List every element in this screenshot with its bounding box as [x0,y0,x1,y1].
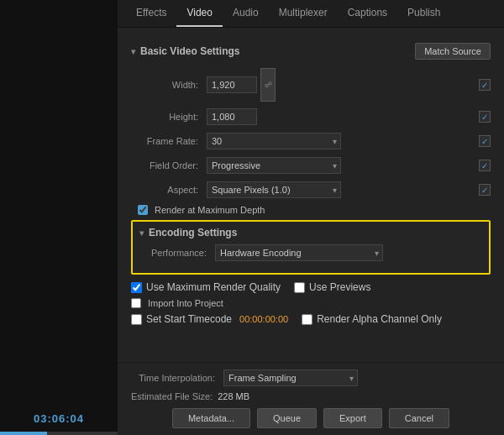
use-previews-group: Use Previews [294,281,370,293]
file-size-row: Estimated File Size: 228 MB [131,391,491,401]
use-previews-checkbox[interactable] [294,282,305,293]
app-container: 03:06:04 Effects Video Audio Multiplexer… [0,0,504,435]
max-render-quality-group: Use Maximum Render Quality [131,281,281,293]
performance-dropdown-wrapper: Hardware Encoding Software Encoding [215,244,383,261]
frame-rate-label: Frame Rate: [131,136,207,146]
performance-label: Performance: [139,248,215,258]
main-panel: Effects Video Audio Multiplexer Captions… [118,0,504,435]
tab-bar: Effects Video Audio Multiplexer Captions… [118,0,504,28]
action-buttons: Metadata... Queue Export Cancel [131,408,491,428]
field-order-label: Field Order: [131,160,207,170]
use-previews-label: Use Previews [309,281,370,293]
import-project-checkbox[interactable] [131,298,141,308]
bottom-section: Time Interpolation: Frame Sampling Frame… [118,362,504,435]
encoding-settings-section: ▾ Encoding Settings Performance: Hardwar… [131,220,491,275]
aspect-row: Aspect: Square Pixels (1.0) [131,181,491,199]
file-size-label: Estimated File Size: [131,391,213,401]
field-order-checkbox[interactable] [479,160,491,171]
progress-bar [0,432,118,435]
encoding-chevron-icon: ▾ [139,228,144,238]
time-interpolation-dropdown-wrapper: Frame Sampling Frame Blending Optical Fl… [223,369,358,386]
content-area: ▾ Basic Video Settings Match Source Widt… [118,28,504,362]
max-render-quality-label: Use Maximum Render Quality [146,281,281,293]
render-alpha-group: Render Alpha Channel Only [302,313,442,325]
basic-video-settings-header: ▾ Basic Video Settings Match Source [131,43,491,60]
timecode-display: 03:06:04 [34,412,84,425]
match-source-button[interactable]: Match Source [415,43,491,60]
time-interpolation-label: Time Interpolation: [131,373,223,383]
aspect-dropdown[interactable]: Square Pixels (1.0) [207,181,341,198]
basic-video-settings-section: ▾ Basic Video Settings Match Source Widt… [131,43,491,215]
left-sidebar: 03:06:04 [0,0,118,435]
encoding-settings-header: ▾ Encoding Settings [139,227,482,238]
aspect-dropdown-wrapper: Square Pixels (1.0) [207,181,341,198]
frame-rate-checkbox[interactable] [479,135,491,147]
metadata-button[interactable]: Metadata... [172,408,250,428]
start-timecode-checkbox[interactable] [131,314,142,325]
max-render-quality-checkbox[interactable] [131,282,142,293]
frame-rate-dropdown[interactable]: 30 24 25 60 [207,133,341,149]
encoding-settings-title: Encoding Settings [149,227,237,238]
aspect-checkbox[interactable] [479,184,491,196]
tab-video[interactable]: Video [176,0,222,27]
file-size-value: 228 MB [218,391,249,401]
field-order-dropdown[interactable]: Progressive Upper First Lower First [207,157,341,174]
width-row: Width: ☍ [131,68,491,102]
render-max-depth-label: Render at Maximum Depth [155,205,265,215]
height-checkbox[interactable] [479,111,491,123]
performance-row: Performance: Hardware Encoding Software … [139,244,482,262]
timecode-alpha-row: Set Start Timecode 00:00:00:00 Render Al… [131,313,491,325]
import-project-label: Import Into Project [148,298,223,308]
link-wh-icon: ☍ [260,68,276,102]
tab-multiplexer[interactable]: Multiplexer [269,0,338,27]
width-input[interactable] [207,76,257,93]
tab-publish[interactable]: Publish [397,0,450,27]
basic-video-settings-title: Basic Video Settings [140,45,239,57]
render-max-depth-checkbox[interactable] [138,205,148,215]
time-interpolation-dropdown[interactable]: Frame Sampling Frame Blending Optical Fl… [223,369,358,386]
cancel-button[interactable]: Cancel [389,408,449,428]
performance-dropdown[interactable]: Hardware Encoding Software Encoding [215,244,383,261]
chevron-icon: ▾ [131,47,135,56]
tab-effects[interactable]: Effects [126,0,176,27]
tab-audio[interactable]: Audio [223,0,269,27]
aspect-label: Aspect: [131,185,207,195]
frame-rate-dropdown-wrapper: 30 24 25 60 [207,133,341,149]
field-order-row: Field Order: Progressive Upper First Low… [131,156,491,175]
time-interpolation-row: Time Interpolation: Frame Sampling Frame… [131,369,491,386]
progress-fill [0,432,47,435]
timecode-value: 00:00:00:00 [239,314,288,324]
width-checkbox[interactable] [479,79,491,91]
width-label: Width: [131,80,207,90]
height-label: Height: [131,112,207,122]
render-alpha-checkbox[interactable] [302,314,312,325]
height-input[interactable] [207,108,257,125]
field-order-dropdown-wrapper: Progressive Upper First Lower First [207,157,341,174]
queue-button[interactable]: Queue [257,408,317,428]
start-timecode-group: Set Start Timecode 00:00:00:00 [131,313,288,325]
export-button[interactable]: Export [323,408,382,428]
frame-rate-row: Frame Rate: 30 24 25 60 [131,132,491,150]
start-timecode-label: Set Start Timecode [146,313,232,325]
height-row: Height: [131,107,491,126]
import-project-row: Import Into Project [131,298,491,308]
render-quality-row: Use Maximum Render Quality Use Previews [131,281,491,293]
tab-captions[interactable]: Captions [338,0,397,27]
render-alpha-label: Render Alpha Channel Only [317,313,442,325]
render-max-depth-row: Render at Maximum Depth [138,205,491,215]
